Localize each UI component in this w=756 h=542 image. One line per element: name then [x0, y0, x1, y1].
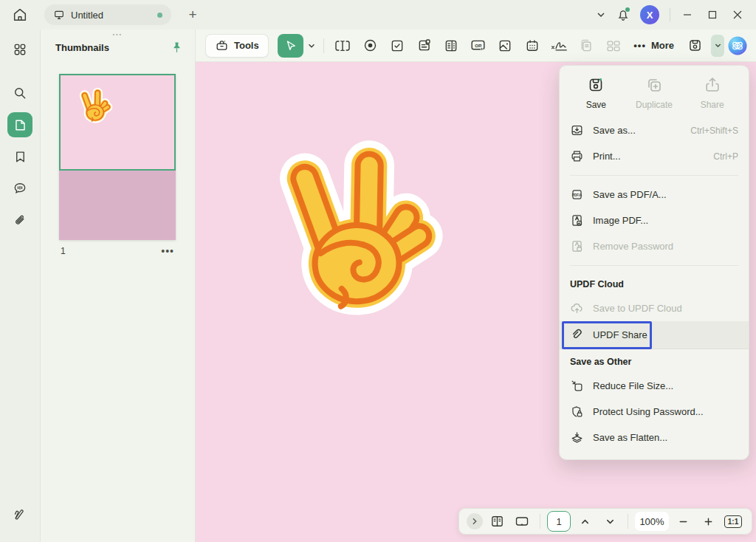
form-tool[interactable] — [439, 34, 464, 58]
toolbar-divider — [323, 38, 324, 53]
peace-hand-sticker[interactable] — [269, 125, 469, 321]
close-icon — [733, 10, 742, 19]
rail-theme-button[interactable] — [7, 501, 32, 526]
zoom-level-input[interactable]: 100% — [635, 512, 669, 531]
menu-item-label: Protect Using Password... — [593, 406, 738, 417]
pages-tool[interactable] — [574, 34, 599, 58]
document-tab[interactable]: Untitled — [44, 4, 171, 25]
next-page-button[interactable] — [599, 511, 621, 532]
signature-tool[interactable] — [546, 34, 572, 58]
note-icon — [416, 38, 432, 53]
status-bar: 1 100% 1:1 — [458, 508, 752, 535]
menu-item-print[interactable]: Print... Ctrl+P — [560, 143, 749, 169]
organize-grid-icon — [605, 38, 622, 53]
thumbnails-panel: ⋯ Thumbnails 1 — [41, 30, 196, 542]
notification-dot — [625, 7, 630, 12]
close-button[interactable] — [725, 4, 750, 26]
titlebar-chevron-down-button[interactable] — [590, 4, 612, 26]
panel-drag-handle[interactable]: ⋯ — [41, 28, 195, 40]
presentation-icon — [514, 514, 530, 529]
select-tool-button[interactable] — [278, 34, 304, 58]
more-tools-button[interactable]: ••• More — [628, 34, 680, 58]
home-button[interactable] — [9, 4, 31, 26]
ocr-tool[interactable]: OR — [465, 34, 491, 58]
rail-bookmark-button[interactable] — [7, 144, 32, 169]
bookmark-icon — [13, 150, 27, 164]
reduce-size-icon — [570, 379, 584, 393]
table-tool[interactable] — [520, 34, 546, 58]
save-icon — [687, 38, 703, 53]
pin-icon — [171, 41, 183, 54]
menu-item-save-as[interactable]: Save as... Ctrl+Shift+S — [560, 117, 749, 143]
cursor-icon — [284, 39, 298, 52]
menu-duplicate-button[interactable]: Duplicate — [625, 76, 684, 110]
link-paperclip-icon — [570, 328, 584, 342]
maximize-button[interactable] — [700, 4, 725, 26]
image-tool[interactable] — [492, 34, 518, 58]
menu-share-button[interactable]: Share — [683, 76, 741, 110]
titlebar-divider — [670, 8, 670, 21]
record-tool[interactable] — [357, 34, 383, 58]
save-options-dropdown[interactable] — [711, 35, 724, 57]
pin-panel-button[interactable] — [171, 41, 183, 54]
menu-item-updf-share[interactable]: UPDF Share — [560, 321, 749, 349]
menu-item-label: Save as Flatten... — [593, 432, 738, 443]
page-number-input[interactable]: 1 — [547, 511, 571, 532]
menu-item-image-pdf[interactable]: Image PDF... — [560, 207, 749, 233]
thumbnails-title: Thumbnails — [55, 42, 171, 53]
previous-page-button[interactable] — [574, 511, 596, 532]
reading-mode-button[interactable] — [486, 511, 508, 532]
menu-item-label: Reduce File Size... — [593, 380, 738, 391]
tools-button[interactable]: Tools — [205, 34, 269, 58]
calendar-icon — [525, 38, 540, 53]
save-button[interactable] — [681, 34, 709, 58]
rail-grid-button[interactable] — [7, 37, 32, 62]
thumbnail-meta: 1 ••• — [59, 240, 176, 256]
minimize-button[interactable] — [675, 4, 700, 26]
form-icon — [444, 38, 458, 53]
document-tab-title: Untitled — [71, 10, 151, 21]
statusbar-divider — [540, 514, 540, 529]
checkbox-tool[interactable] — [384, 34, 410, 58]
menu-item-save-as-flatten[interactable]: Save as Flatten... — [560, 425, 749, 450]
statusbar-collapse-button[interactable] — [467, 513, 483, 529]
rail-thumbnails-button[interactable] — [7, 112, 32, 137]
book-icon — [489, 514, 505, 529]
user-avatar[interactable]: X — [640, 5, 659, 24]
menu-item-shortcut: Ctrl+P — [713, 151, 738, 162]
chevron-down-icon — [596, 10, 606, 20]
menu-item-protect-using-password[interactable]: Protect Using Password... — [560, 399, 749, 425]
actual-size-button[interactable]: 1:1 — [722, 511, 744, 532]
menu-save-button[interactable]: Save — [567, 76, 625, 110]
comment-note-tool[interactable] — [411, 34, 437, 58]
edit-text-tool[interactable] — [330, 34, 356, 58]
rail-search-button[interactable] — [7, 80, 32, 106]
menu-item-reduce-file-size[interactable]: Reduce File Size... — [560, 373, 749, 399]
thumbnail-more-button[interactable]: ••• — [161, 248, 174, 254]
presentation-mode-button[interactable] — [511, 511, 533, 532]
rail-attachments-button[interactable] — [7, 207, 32, 233]
menu-item-remove-password[interactable]: Remove Password — [560, 233, 749, 259]
zoom-out-button[interactable] — [672, 511, 694, 532]
notifications-button[interactable] — [612, 4, 634, 26]
maximize-icon — [708, 10, 717, 19]
chevron-up-icon — [580, 517, 590, 526]
select-tool-dropdown[interactable] — [305, 34, 317, 58]
menu-item-save-to-updf-cloud[interactable]: Save to UPDF Cloud — [560, 295, 749, 321]
pdf-canvas[interactable]: Save Duplicate Share — [196, 62, 756, 542]
shield-lock-icon — [570, 405, 584, 419]
pdfa-icon: PDF/A — [570, 188, 584, 202]
save-icon — [587, 76, 605, 94]
new-tab-button[interactable]: + — [182, 4, 204, 26]
menu-item-save-as-pdfa[interactable]: PDF/A Save as PDF/A... — [560, 182, 749, 207]
zoom-in-button[interactable] — [697, 511, 719, 532]
grid-icon — [13, 42, 27, 57]
image-pdf-icon — [570, 213, 584, 227]
organize-pages-tool[interactable] — [601, 34, 627, 58]
page-thumbnail[interactable]: 1 ••• — [59, 74, 176, 256]
home-icon — [12, 7, 28, 23]
ai-assistant-button[interactable] — [726, 35, 749, 57]
thumbnail-sticker — [78, 85, 118, 125]
rail-comments-button[interactable] — [7, 176, 32, 201]
toolbar: Tools — [196, 30, 756, 62]
